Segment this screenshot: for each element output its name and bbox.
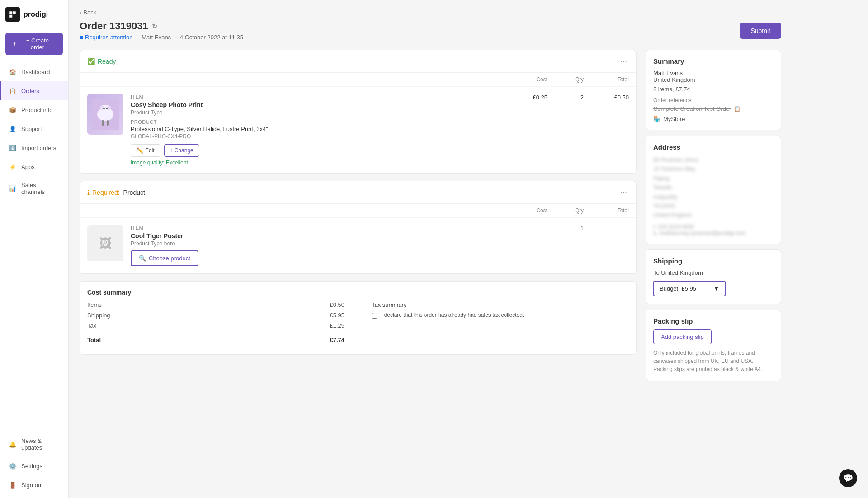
product-info-icon: 📦 <box>9 106 17 114</box>
item2-details-row: ITEM Cool Tiger Poster Product Type here… <box>131 225 629 266</box>
sidebar-label-support: Support <box>21 126 42 132</box>
shipping-row: Shipping £5.95 <box>87 312 344 319</box>
tax-checkbox-row: I declare that this order has already ha… <box>372 312 629 319</box>
item2-qty: 1 <box>566 225 584 232</box>
image-quality-label: Image quality: <box>131 160 165 166</box>
choose-product-button[interactable]: 🔍 Choose product <box>131 250 198 266</box>
item1-details-row: ITEM Cosy Sheep Photo Print Product Type… <box>131 94 629 166</box>
order-meta: Requires attention · Matt Evans · 4 Octo… <box>80 34 243 41</box>
item1-name: Cosy Sheep Photo Print <box>131 101 268 108</box>
tax-summary-title: Tax summary <box>372 301 629 308</box>
item2-col-total: Total <box>602 207 629 214</box>
sidebar-item-news-updates[interactable]: 🔔 News & updates <box>0 432 68 456</box>
address-contact: t. 029 2019 0000 e. matthew.kay-postman@… <box>653 224 774 236</box>
item1-card-header: ✅ Ready ··· <box>80 50 636 73</box>
item2-more-button[interactable]: ··· <box>618 188 629 197</box>
sidebar-item-sign-out[interactable]: 🚪 Sign out <box>0 475 68 494</box>
item2-item-label: ITEM <box>131 225 198 230</box>
copy-icon[interactable]: 📋 <box>734 106 741 112</box>
item1-more-button[interactable]: ··· <box>618 56 629 66</box>
sidebar-item-product-info[interactable]: 📦 Product info <box>0 100 68 119</box>
create-order-button[interactable]: ＋ + Create order <box>5 33 63 55</box>
item1-actions: ✏️ Edit ↑ Change <box>131 144 268 157</box>
packing-slip-title: Packing slip <box>653 317 774 325</box>
item2-row: 🖼 ITEM Cool Tiger Poster Product Type he… <box>80 218 636 273</box>
required-suffix: Product <box>123 189 145 196</box>
shipping-select[interactable]: Budget: £5.95 ▼ <box>653 281 726 296</box>
add-packing-slip-button[interactable]: Add packing slip <box>653 329 712 344</box>
sidebar-label-news: News & updates <box>21 437 61 451</box>
items-row: Items £0.50 <box>87 301 344 308</box>
image-placeholder-icon: 🖼 <box>99 236 112 251</box>
cost-left: Items £0.50 Shipping £5.95 Tax £1.29 <box>87 301 344 347</box>
item1-status-label: Ready <box>98 58 116 65</box>
sheep-image <box>92 99 119 130</box>
tax-row: Tax £1.29 <box>87 322 344 329</box>
items-value: £0.50 <box>330 301 344 308</box>
svg-point-6 <box>100 105 104 110</box>
choose-product-label: Choose product <box>149 255 190 262</box>
tax-checkbox-label: I declare that this order has already ha… <box>381 312 524 318</box>
chevron-left-icon: ‹ <box>80 9 81 16</box>
sidebar-item-settings[interactable]: ⚙️ Settings <box>0 456 68 475</box>
item1-type: Product Type <box>131 109 268 116</box>
tax-checkbox[interactable] <box>372 313 377 319</box>
shipping-value: £5.95 <box>330 312 344 319</box>
shipping-to: To United Kingdom <box>653 269 774 276</box>
item1-edit-button[interactable]: ✏️ Edit <box>131 144 160 157</box>
sidebar-item-sales-channels[interactable]: 📊 Sales channels <box>0 176 68 201</box>
sidebar-label-product-info: Product info <box>21 107 52 113</box>
item1-item-label: ITEM <box>131 94 268 99</box>
item1-qty: 2 <box>566 94 584 101</box>
sidebar-item-orders[interactable]: 📋 Orders <box>0 81 68 100</box>
logo-area: prodigi <box>0 0 68 29</box>
item2-image: 🖼 <box>87 225 123 261</box>
item1-details: ITEM Cosy Sheep Photo Print Product Type… <box>131 94 629 166</box>
chat-button[interactable]: 💬 <box>839 469 857 487</box>
address-card: Address Mr Postman Johns15 Testerton Way… <box>646 136 781 244</box>
address-title: Address <box>653 143 774 151</box>
sidebar-item-support[interactable]: 👤 Support <box>0 119 68 138</box>
sidebar-item-dashboard[interactable]: 🏠 Dashboard <box>0 62 68 81</box>
signout-icon: 🚪 <box>9 481 17 489</box>
back-label: Back <box>83 9 96 16</box>
order-title-row: Order 1319031 ↻ Requires attention · Mat… <box>80 20 781 41</box>
orders-icon: 📋 <box>9 87 17 95</box>
order-title: Order 1319031 ↻ <box>80 20 243 32</box>
cost-summary: Cost summary Items £0.50 Shipping £5.95 <box>80 282 636 354</box>
support-icon: 👤 <box>9 125 17 133</box>
item2-type: Product Type here <box>131 240 198 247</box>
item2-card-header: ℹ Required: Product ··· <box>80 181 636 204</box>
item2-cost <box>520 225 547 232</box>
shipping-card: Shipping To United Kingdom Budget: £5.95… <box>646 249 781 304</box>
edit-icon: ✏️ <box>137 147 143 154</box>
svg-rect-11 <box>107 120 109 126</box>
edit-label: Edit <box>145 147 155 154</box>
back-link[interactable]: ‹ Back <box>80 9 781 16</box>
summary-name: Matt Evans <box>653 70 774 76</box>
left-column: ✅ Ready ··· Cost Qty Total <box>80 50 637 386</box>
address-lines: Mr Postman Johns15 Testerton WayFilpingT… <box>653 155 774 220</box>
apps-icon: ⚡ <box>9 163 17 171</box>
sidebar-item-import-orders[interactable]: ⬇️ Import orders <box>0 138 68 157</box>
checkmark-icon: ✅ <box>87 58 95 65</box>
brand-name: prodigi <box>24 10 48 19</box>
create-order-label: + Create order <box>19 37 57 51</box>
tax-label: Tax <box>87 322 96 329</box>
page-header: ‹ Back Order 1319031 ↻ Requires attentio… <box>80 9 781 41</box>
cost-summary-title: Cost summary <box>87 289 629 296</box>
refresh-icon[interactable]: ↻ <box>152 23 157 30</box>
shipping-label: Shipping <box>87 312 110 319</box>
item1-change-button[interactable]: ↑ Change <box>164 144 199 157</box>
submit-button[interactable]: Submit <box>740 23 781 39</box>
change-icon: ↑ <box>170 147 173 154</box>
author-name: Matt Evans <box>142 34 171 41</box>
sales-icon: 📊 <box>9 184 17 193</box>
sidebar-item-apps[interactable]: ⚡ Apps <box>0 157 68 176</box>
sidebar-label-dashboard: Dashboard <box>21 69 50 75</box>
item2-status-label: Required: Product <box>92 189 145 196</box>
packing-slip-card: Packing slip Add packing slip Only inclu… <box>646 310 781 381</box>
content-layout: ✅ Ready ··· Cost Qty Total <box>80 50 781 386</box>
item2-col-headers: Cost Qty Total <box>80 204 636 218</box>
store-icon: 🏪 <box>653 116 660 122</box>
